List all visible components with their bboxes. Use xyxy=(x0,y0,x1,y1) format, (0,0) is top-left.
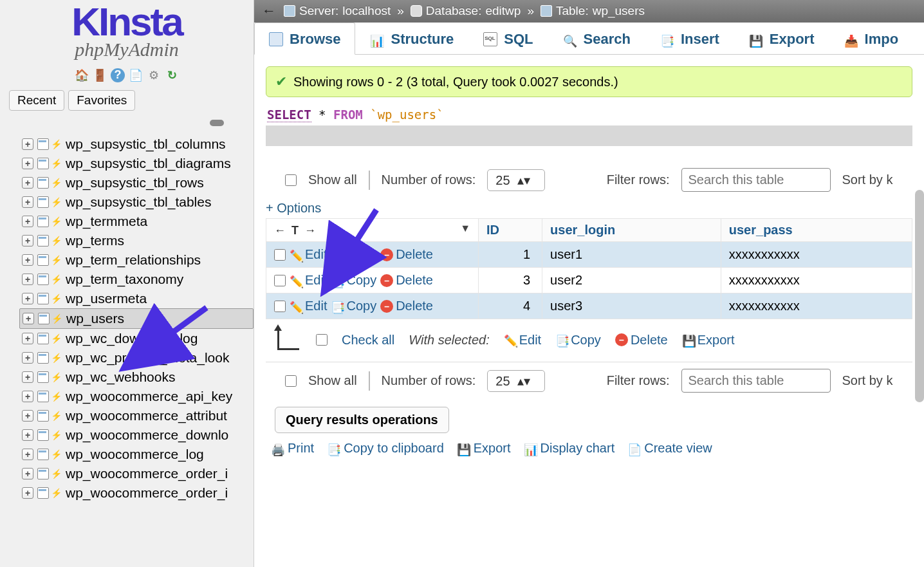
col-user-login[interactable]: user_login xyxy=(542,219,721,242)
row-copy[interactable]: Copy xyxy=(331,247,376,262)
tree-item-wp_usermeta[interactable]: +⚡wp_usermeta xyxy=(19,289,254,308)
expand-icon[interactable]: + xyxy=(22,235,33,246)
back-button[interactable]: ← xyxy=(258,3,280,19)
expand-icon[interactable]: + xyxy=(22,410,33,422)
tree-item-wp_woocommerce_log[interactable]: +⚡wp_woocommerce_log xyxy=(19,445,254,464)
tree-item-wp_woocommerce_attribut[interactable]: +⚡wp_woocommerce_attribut xyxy=(19,406,254,425)
tree-item-wp_supsystic_tbl_columns[interactable]: +⚡wp_supsystic_tbl_columns xyxy=(19,135,254,154)
tree-item-label: wp_wc_product_meta_look xyxy=(66,350,229,366)
filter-search-input[interactable] xyxy=(681,168,831,192)
tree-item-wp_woocommerce_order_i[interactable]: +⚡wp_woocommerce_order_i xyxy=(19,483,254,503)
num-rows-select-2[interactable]: 25 ▴▾ xyxy=(487,370,544,392)
num-rows-select[interactable]: 25 ▴▾ xyxy=(487,169,544,191)
bc-server[interactable]: localhost xyxy=(342,4,391,18)
expand-icon[interactable]: + xyxy=(22,177,33,189)
tab-structure[interactable]: Structure xyxy=(355,23,468,54)
favorites-button[interactable]: Favorites xyxy=(68,90,135,111)
table-icon xyxy=(37,468,49,479)
tab-export[interactable]: Export xyxy=(734,23,829,54)
expand-icon[interactable]: + xyxy=(22,138,33,150)
row-checkbox[interactable] xyxy=(274,275,286,286)
expand-icon[interactable]: + xyxy=(22,487,33,499)
expand-icon[interactable]: + xyxy=(22,391,33,402)
expand-icon[interactable]: + xyxy=(22,449,33,460)
op-export[interactable]: Export xyxy=(457,441,511,456)
table-icon xyxy=(37,429,49,441)
expand-icon[interactable]: + xyxy=(22,274,33,285)
bulk-export[interactable]: Export xyxy=(682,333,735,348)
tree-item-wp_wc_download_log[interactable]: +⚡wp_wc_download_log xyxy=(19,329,254,348)
home-icon[interactable] xyxy=(75,68,89,82)
row-checkbox[interactable] xyxy=(274,249,286,261)
tab-import[interactable]: Impo xyxy=(829,23,914,54)
bulk-edit[interactable]: Edit xyxy=(504,333,541,348)
col-user-pass[interactable]: user_pass xyxy=(721,219,912,242)
logout-icon[interactable] xyxy=(93,68,107,82)
tree-item-wp_woocommerce_api_key[interactable]: +⚡wp_woocommerce_api_key xyxy=(19,387,254,406)
op-copy-clipboard[interactable]: Copy to clipboard xyxy=(327,441,444,456)
table-tree[interactable]: +⚡wp_supsystic_tbl_columns+⚡wp_supsystic… xyxy=(0,129,254,567)
bc-table[interactable]: wp_users xyxy=(593,4,645,18)
expand-icon[interactable]: + xyxy=(22,216,33,227)
expand-icon[interactable]: + xyxy=(22,293,33,304)
row-delete[interactable]: Delete xyxy=(380,273,433,288)
expand-icon[interactable]: + xyxy=(22,429,33,441)
collapse-icon[interactable] xyxy=(210,120,224,126)
expand-icon[interactable]: + xyxy=(22,333,33,344)
tree-item-wp_term_relationships[interactable]: +⚡wp_term_relationships xyxy=(19,250,254,270)
expand-icon[interactable]: + xyxy=(22,196,33,208)
tree-item-wp_terms[interactable]: +⚡wp_terms xyxy=(19,231,254,250)
row-edit[interactable]: Edit xyxy=(290,299,327,313)
check-all-link[interactable]: Check all xyxy=(342,333,394,348)
sort-dropdown-icon[interactable]: ▼ xyxy=(460,223,470,234)
bc-db[interactable]: editwp xyxy=(485,4,521,18)
lightning-icon: ⚡ xyxy=(51,139,62,149)
check-all-checkbox[interactable] xyxy=(316,334,328,346)
row-copy[interactable]: Copy xyxy=(331,273,376,288)
bc-table-label: Table: xyxy=(556,4,589,18)
op-chart[interactable]: Display chart xyxy=(524,441,615,456)
show-all-checkbox[interactable] xyxy=(285,174,297,186)
row-delete[interactable]: Delete xyxy=(380,247,433,262)
options-toggle[interactable]: + Options xyxy=(266,197,912,217)
op-view[interactable]: Create view xyxy=(627,441,712,456)
row-checkbox[interactable] xyxy=(274,301,286,312)
table-icon xyxy=(37,449,49,460)
expand-icon[interactable]: + xyxy=(22,158,33,169)
tree-item-wp_woocommerce_downlo[interactable]: +⚡wp_woocommerce_downlo xyxy=(19,425,254,445)
show-all-checkbox-2[interactable] xyxy=(285,375,297,387)
tree-item-wp_supsystic_tbl_tables[interactable]: +⚡wp_supsystic_tbl_tables xyxy=(19,192,254,212)
sort-arrows-icon[interactable]: ← T → xyxy=(274,224,317,237)
tree-item-wp_users[interactable]: +⚡wp_users xyxy=(19,308,254,329)
tab-browse[interactable]: Browse xyxy=(254,23,355,55)
tree-item-wp_wc_product_meta_look[interactable]: +⚡wp_wc_product_meta_look xyxy=(19,348,254,367)
tree-item-wp_term_taxonomy[interactable]: +⚡wp_term_taxonomy xyxy=(19,270,254,289)
tab-sql[interactable]: SQL xyxy=(468,23,548,54)
expand-icon[interactable]: + xyxy=(23,313,34,324)
tree-item-wp_termmeta[interactable]: +⚡wp_termmeta xyxy=(19,212,254,231)
bulk-copy[interactable]: Copy xyxy=(555,333,601,348)
row-copy[interactable]: Copy xyxy=(331,299,376,313)
help-icon[interactable]: ? xyxy=(111,68,125,82)
row-edit[interactable]: Edit xyxy=(290,273,327,288)
tree-item-wp_woocommerce_order_i[interactable]: +⚡wp_woocommerce_order_i xyxy=(19,464,254,483)
expand-icon[interactable]: + xyxy=(22,468,33,479)
op-print[interactable]: Print xyxy=(271,441,314,456)
tree-item-wp_wc_webhooks[interactable]: +⚡wp_wc_webhooks xyxy=(19,367,254,387)
docs-icon[interactable] xyxy=(129,68,143,82)
recent-button[interactable]: Recent xyxy=(9,90,64,111)
reload-icon[interactable] xyxy=(165,68,179,82)
row-edit[interactable]: Edit xyxy=(290,247,327,262)
tab-insert[interactable]: Insert xyxy=(645,23,734,54)
col-id[interactable]: ID xyxy=(479,219,542,242)
row-delete[interactable]: Delete xyxy=(380,299,433,313)
settings-icon[interactable] xyxy=(147,68,161,82)
tab-search[interactable]: Search xyxy=(548,23,645,54)
tree-item-wp_supsystic_tbl_rows[interactable]: +⚡wp_supsystic_tbl_rows xyxy=(19,173,254,192)
expand-icon[interactable]: + xyxy=(22,352,33,364)
bulk-delete[interactable]: Delete xyxy=(615,333,668,348)
filter-search-input-2[interactable] xyxy=(681,369,831,393)
expand-icon[interactable]: + xyxy=(22,254,33,266)
expand-icon[interactable]: + xyxy=(22,371,33,383)
tree-item-wp_supsystic_tbl_diagrams[interactable]: +⚡wp_supsystic_tbl_diagrams xyxy=(19,154,254,173)
